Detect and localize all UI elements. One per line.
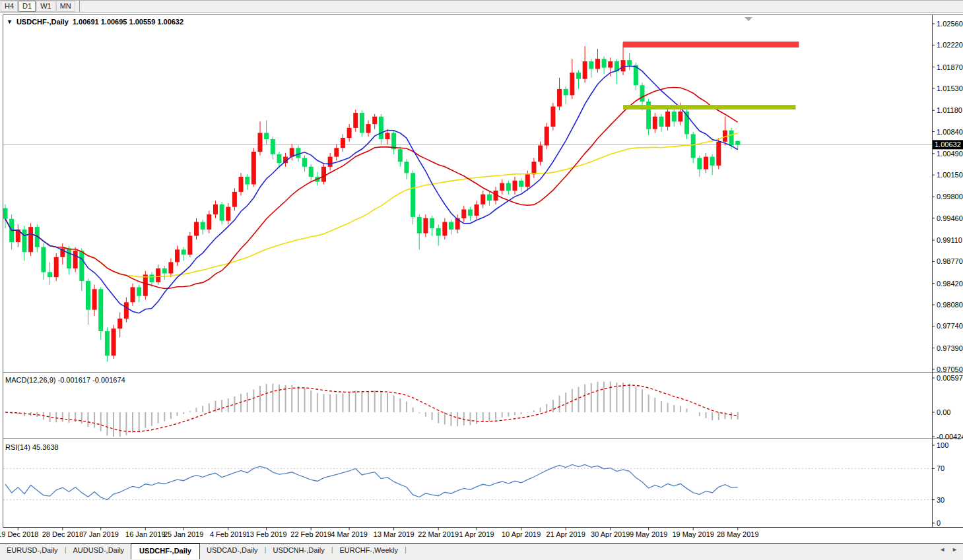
svg-text:19 Dec 2018: 19 Dec 2018: [0, 530, 38, 538]
rsi-indicator-label: RSI(14) 45.3638: [5, 443, 59, 451]
svg-text:0.98080: 0.98080: [937, 301, 963, 309]
svg-text:30: 30: [937, 496, 945, 504]
svg-text:1.00150: 1.00150: [937, 171, 963, 179]
tab-scroll-left-button[interactable]: ◄: [939, 546, 945, 553]
tab-eurusd-daily[interactable]: EURUSD-,Daily: [0, 544, 65, 557]
timeframe-w1-button[interactable]: W1: [36, 1, 55, 12]
svg-text:0.99800: 0.99800: [937, 193, 963, 201]
svg-text:0.97740: 0.97740: [937, 322, 963, 330]
svg-text:1.02560: 1.02560: [937, 20, 963, 28]
tab-usdcnh-daily[interactable]: USDCNH-,Daily: [266, 544, 331, 557]
svg-text:0.00: 0.00: [937, 408, 950, 416]
svg-text:0.98770: 0.98770: [937, 257, 963, 265]
tab-separator: |: [405, 544, 407, 553]
timeframe-d1-button[interactable]: D1: [18, 1, 36, 12]
chart-ohlc-values: 1.00691 1.00695 1.00559 1.00632: [73, 18, 183, 26]
svg-text:0.00597: 0.00597: [937, 374, 963, 382]
timeframe-toolbar: H4 D1 W1 MN: [0, 0, 963, 13]
svg-text:0.98420: 0.98420: [937, 280, 963, 288]
tab-eurchf-weekly[interactable]: EURCHF-,Weekly: [333, 544, 405, 557]
svg-text:1.01530: 1.01530: [937, 84, 963, 92]
svg-text:1 Apr 2019: 1 Apr 2019: [459, 530, 494, 538]
svg-text:30 Apr 2019: 30 Apr 2019: [591, 530, 630, 538]
svg-text:19 May 2019: 19 May 2019: [672, 530, 714, 538]
macd-indicator-label: MACD(12,26,9) -0.001617 -0.001674: [5, 376, 125, 384]
symbol-tabbar: EURUSD-,Daily | AUDUSD-,Daily USDCHF-,Da…: [0, 543, 963, 560]
svg-text:28 May 2019: 28 May 2019: [717, 530, 759, 538]
svg-text:10 Apr 2019: 10 Apr 2019: [502, 530, 541, 538]
svg-text:0.97390: 0.97390: [937, 344, 963, 352]
svg-text:1.02220: 1.02220: [937, 41, 963, 49]
svg-text:100: 100: [937, 441, 948, 449]
svg-text:1.00840: 1.00840: [937, 128, 963, 136]
svg-text:0.99110: 0.99110: [937, 236, 962, 244]
svg-text:25 Jan 2019: 25 Jan 2019: [164, 530, 204, 538]
tab-scroll-right-button[interactable]: ►: [952, 546, 958, 553]
toolbar-separator: [79, 1, 80, 12]
svg-text:1.00490: 1.00490: [937, 150, 963, 158]
svg-text:22 Feb 2019: 22 Feb 2019: [290, 530, 331, 538]
svg-text:4 Mar 2019: 4 Mar 2019: [331, 530, 368, 538]
svg-text:4 Feb 2019: 4 Feb 2019: [210, 530, 247, 538]
svg-text:13 Feb 2019: 13 Feb 2019: [246, 530, 287, 538]
timeframe-h4-button[interactable]: H4: [1, 1, 18, 12]
svg-text:1.01180: 1.01180: [937, 106, 962, 114]
svg-text:1.00632: 1.00632: [935, 140, 961, 148]
svg-text:28 Dec 2018: 28 Dec 2018: [42, 530, 83, 538]
svg-text:0.97050: 0.97050: [937, 365, 963, 373]
chart-dropdown-icon[interactable]: ▼: [7, 18, 13, 25]
svg-text:1.01870: 1.01870: [937, 63, 963, 71]
tab-usdcad-daily[interactable]: USDCAD-,Daily: [200, 544, 265, 557]
tab-usdchf-daily[interactable]: USDCHF-,Daily: [131, 544, 200, 559]
svg-text:7 Jan 2019: 7 Jan 2019: [83, 530, 119, 538]
svg-text:-0.00424: -0.00424: [937, 433, 963, 441]
svg-text:21 Apr 2019: 21 Apr 2019: [547, 530, 585, 538]
svg-text:13 Mar 2019: 13 Mar 2019: [374, 530, 415, 538]
chart-symbol-label: USDCHF-,Daily: [17, 18, 69, 26]
svg-text:16 Jan 2019: 16 Jan 2019: [125, 530, 166, 538]
svg-text:22 Mar 2019: 22 Mar 2019: [418, 530, 459, 538]
svg-text:9 May 2019: 9 May 2019: [630, 530, 667, 538]
svg-text:0.99460: 0.99460: [937, 214, 963, 222]
svg-text:0: 0: [937, 519, 941, 527]
timeframe-mn-button[interactable]: MN: [56, 1, 75, 12]
tab-audusd-daily[interactable]: AUDUSD-,Daily: [66, 544, 131, 557]
price-chart-canvas[interactable]: 1.025601.022201.018701.015301.011801.008…: [0, 0, 963, 560]
svg-text:70: 70: [937, 464, 945, 472]
chart-title: ▼USDCHF-,Daily 1.00691 1.00695 1.00559 1…: [7, 18, 183, 26]
